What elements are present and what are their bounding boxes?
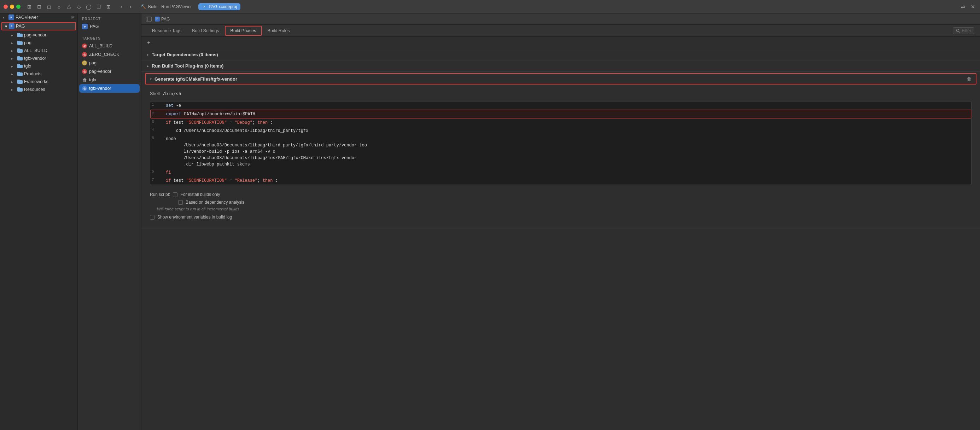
chevron-icon: ▸: [11, 72, 16, 76]
sidebar-item-tgfx[interactable]: ▸ tgfx: [0, 62, 78, 70]
app-icon: P: [8, 14, 14, 20]
plus-icon: +: [147, 40, 150, 46]
minimize-button[interactable]: [10, 5, 14, 9]
target-pag-vendor[interactable]: ◎ pag-vendor: [78, 67, 141, 76]
folder-icon: [17, 80, 22, 84]
search-icon[interactable]: ⌕: [56, 3, 62, 10]
sidebar-item-pag-sub[interactable]: ▸ pag: [0, 39, 78, 47]
sidebar-item-all-build[interactable]: ▸ ALL_BUILD: [0, 47, 78, 54]
sidebar-item-resources[interactable]: ▸ Resources: [0, 86, 78, 93]
nav-buttons: ‹ ›: [118, 3, 134, 11]
label: pag: [24, 40, 32, 45]
folder-icon: [17, 33, 22, 37]
folder-icon: [17, 56, 22, 61]
build-run-label: Build - Run PAGViewer: [148, 4, 192, 9]
for-install-builds-checkbox[interactable]: [173, 193, 178, 197]
pag-project-label: PAG: [90, 24, 99, 29]
file-tab[interactable]: X PAG.xcodeproj: [198, 3, 241, 10]
target-all-build[interactable]: ◎ ALL_BUILD: [78, 42, 141, 50]
incremental-builds-note: Will force script to run in all incremen…: [150, 206, 972, 212]
shell-text: Shell: [150, 91, 160, 96]
tab-build-phases[interactable]: Build Phases: [225, 26, 262, 36]
line-code: cd /Users/huchao03/Documents/libpag/thir…: [163, 127, 971, 135]
code-line-1: 1 set -e: [150, 102, 971, 110]
label: Frameworks: [24, 79, 48, 84]
line-code: fi: [163, 168, 971, 177]
xcode-icon: X: [202, 4, 207, 9]
chevron-icon: ▸: [11, 41, 16, 45]
line-code: if test "$CONFIGURATION" = "Release"; th…: [163, 177, 971, 185]
build-run-tab[interactable]: 🔨 Build - Run PAGViewer: [137, 3, 196, 10]
project-panel-pag[interactable]: P PAG: [78, 22, 141, 31]
phase-title: Generate tgfx/CMakeFiles/tgfx-vendor: [154, 76, 237, 82]
title-bar: ⊞ ⊟ ◻ ⌕ ⚠ ◇ ◯ ☐ ⊞ ‹ › 🔨 Build - Run PAGV…: [0, 0, 980, 13]
label: pag-vendor: [24, 32, 46, 38]
code-line-7: 7 if test "$CONFIGURATION" = "Release"; …: [150, 177, 971, 185]
tab-build-settings[interactable]: Build Settings: [187, 27, 224, 35]
tab-resource-tags[interactable]: Resource Tags: [147, 27, 186, 35]
phase-target-deps-header[interactable]: ▸ Target Dependencies (0 items): [142, 49, 980, 60]
grid-icon[interactable]: ⊞: [105, 3, 112, 10]
sidebar-toggle-icon[interactable]: ⊞: [26, 3, 32, 10]
phase-generate-tgfx-header[interactable]: ▾ Generate tgfx/CMakeFiles/tgfx-vendor 🗑: [145, 73, 977, 84]
line-number: 7: [150, 177, 163, 183]
breadcrumb-path: P PAG: [155, 17, 170, 22]
diff-icon[interactable]: ◇: [76, 3, 82, 10]
target-pag[interactable]: ☰ pag: [78, 59, 141, 67]
warning-icon[interactable]: ⚠: [66, 3, 72, 10]
folder-icon: [17, 88, 22, 92]
bookmark-icon[interactable]: ◻: [46, 3, 52, 10]
line-code: node /Users/huchao03/Documents/libpag/th…: [163, 135, 971, 168]
sidebar-item-frameworks[interactable]: ▸ Frameworks: [0, 78, 78, 86]
close-button[interactable]: [3, 5, 8, 9]
hammer-icon: 🔨: [141, 4, 146, 9]
label: pag: [89, 61, 97, 65]
shell-label: Shell /bin/sh: [150, 89, 972, 98]
sidebar-item-tgfx-vendor[interactable]: ▸ tgfx-vendor: [0, 54, 78, 62]
pag-app-icon: P: [9, 23, 14, 29]
target-tgfx-vendor[interactable]: ◎ tgfx-vendor: [79, 84, 140, 92]
target-icon-yellow: ☰: [82, 61, 87, 65]
dependency-analysis-checkbox[interactable]: [178, 200, 183, 205]
phase-run-build-tool-header[interactable]: ▸ Run Build Tool Plug-ins (0 items): [142, 61, 980, 72]
sidebar-item-products[interactable]: ▸ Products: [0, 70, 78, 78]
run-script-label: Run script:: [150, 192, 170, 197]
inspector-toggle[interactable]: [145, 15, 153, 23]
project-panel: PROJECT P PAG TARGETS ◎ ALL_BUILD ◎ ZERO…: [78, 13, 142, 430]
pag-icon: P: [82, 24, 88, 29]
add-phase-button[interactable]: +: [142, 37, 980, 49]
sidebar-item-pag-vendor[interactable]: ▸ pag-vendor: [0, 31, 78, 39]
chevron-icon: ▸: [11, 88, 16, 92]
device-icon[interactable]: ◯: [86, 3, 92, 10]
label: tgfx-vendor: [89, 86, 111, 91]
chevron-icon: ▸: [11, 80, 16, 84]
code-line-2: 2 export PATH=/opt/homebrew/bin:$PATH: [150, 110, 971, 118]
delete-phase-button[interactable]: 🗑: [967, 76, 972, 82]
hide-show-icon[interactable]: ⊟: [36, 3, 43, 10]
back-button[interactable]: ‹: [118, 3, 125, 11]
target-zero-check[interactable]: ◎ ZERO_CHECK: [78, 50, 141, 59]
svg-rect-13: [18, 80, 20, 81]
code-editor[interactable]: 1 set -e 2 export PATH=/opt/homebrew/bin…: [150, 101, 972, 185]
sidebar-item-pagviewer[interactable]: ▸ P PAGViewer M: [0, 13, 78, 21]
target-icon-red: ◎: [82, 43, 87, 48]
target-icon-red: ◎: [82, 69, 87, 74]
target-tgfx[interactable]: 🗑 tgfx: [78, 76, 141, 84]
filter-box[interactable]: Filter: [953, 27, 974, 34]
sidebar-item-pag[interactable]: ▾ P PAG: [2, 22, 76, 30]
close-tab-icon[interactable]: ✕: [969, 3, 977, 10]
phase-generate-tgfx: ▾ Generate tgfx/CMakeFiles/tgfx-vendor 🗑…: [142, 73, 980, 228]
svg-rect-7: [18, 56, 20, 57]
project-section-label: PROJECT: [78, 13, 141, 22]
show-env-vars-checkbox[interactable]: [150, 215, 154, 220]
tab-build-rules[interactable]: Build Rules: [262, 27, 295, 35]
chat-icon[interactable]: ☐: [95, 3, 102, 10]
chevron-icon: ▸: [11, 49, 16, 53]
restore-icon[interactable]: ⇄: [959, 3, 967, 10]
phase-chevron-icon: ▸: [147, 64, 149, 68]
folder-icon: [17, 64, 22, 68]
forward-button[interactable]: ›: [127, 3, 134, 11]
maximize-button[interactable]: [16, 5, 21, 9]
filter-icon: [956, 29, 960, 33]
svg-rect-16: [146, 17, 152, 21]
